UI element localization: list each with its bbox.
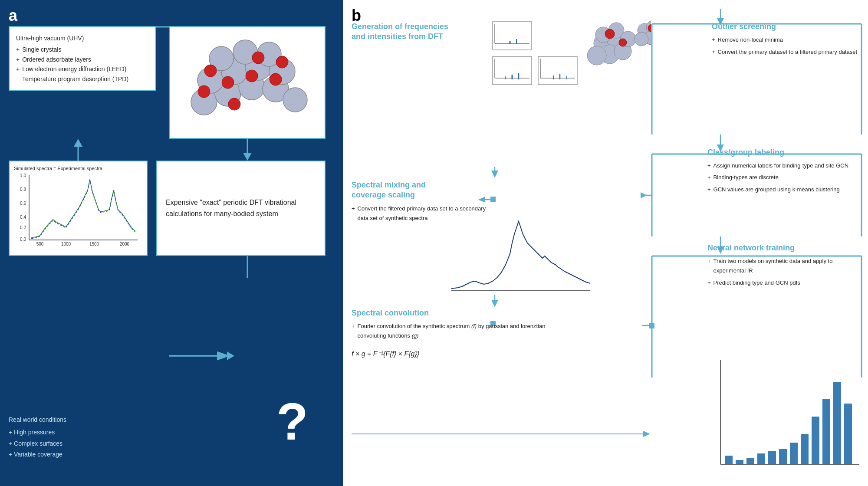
- spectral-conv-content: +Fourier convolution of the synthetic sp…: [352, 322, 569, 341]
- svg-text:1.0: 1.0: [20, 173, 26, 178]
- section-spectral-conv: Spectral convolution +Fourier convolutio…: [352, 308, 569, 358]
- svg-point-28: [246, 70, 258, 82]
- realworld-item-2: + Complex surfaces: [9, 438, 66, 449]
- svg-point-98: [605, 29, 615, 39]
- panel-b: b: [343, 0, 868, 486]
- svg-point-93: [587, 46, 606, 65]
- class-label-title: Class/group labeling: [707, 148, 864, 158]
- outlier-content: +Remove non-local minima +Convert the pr…: [712, 35, 864, 57]
- bar-chart-svg: [712, 356, 864, 473]
- svg-rect-73: [493, 22, 532, 50]
- section-class-label: Class/group labeling +Assign numerical l…: [707, 148, 864, 194]
- dft-images: [490, 17, 651, 130]
- svg-text:0.0: 0.0: [20, 237, 26, 242]
- svg-point-29: [270, 73, 282, 85]
- svg-rect-118: [822, 399, 830, 464]
- uhv-item-4: Temperature program desorption (TPD): [16, 74, 149, 84]
- spectral-conv-title: Spectral convolution: [352, 308, 569, 318]
- svg-rect-78: [493, 56, 532, 85]
- dft-text: Expensive "exact" periodic DFT vibration…: [166, 197, 316, 219]
- svg-text:0.2: 0.2: [20, 225, 26, 230]
- outlier-title: Outlier screening: [712, 22, 864, 32]
- section-neural: Neural network training +Train two model…: [707, 243, 864, 288]
- spectral-mix-title: Spectral mixing andcoverage scaling: [352, 180, 486, 200]
- uhv-title: Ultra-high vacuum (UHV): [16, 33, 149, 43]
- realworld-item-1: + High pressures: [9, 427, 66, 438]
- svg-text:1500: 1500: [89, 242, 99, 246]
- formula: f × g = F⁻¹{F{f} × F{g}}: [352, 350, 569, 358]
- svg-rect-70: [649, 323, 654, 328]
- bar-chart-container: [712, 356, 864, 473]
- svg-point-31: [228, 98, 240, 110]
- svg-text:0.4: 0.4: [20, 215, 26, 220]
- spectra-box: Simulated spectra = Experimental spectra…: [9, 161, 148, 256]
- svg-rect-116: [801, 434, 809, 464]
- svg-point-99: [619, 39, 627, 46]
- svg-text:2000: 2000: [120, 242, 130, 246]
- uhv-item-3: +Low electron energy diffraction (LEED): [16, 64, 149, 74]
- section-dft-gen: Generation of frequenciesand intensities…: [352, 22, 486, 46]
- svg-point-103: [635, 32, 648, 46]
- svg-point-16: [283, 88, 307, 112]
- section-outlier: Outlier screening +Remove non-local mini…: [707, 22, 864, 57]
- svg-point-24: [222, 76, 234, 89]
- panel-a: a Ultra-high vacuum (UHV) +Single crysta…: [0, 0, 343, 486]
- uhv-item-2: +Ordered adsorbate layers: [16, 55, 149, 64]
- svg-rect-120: [844, 404, 852, 464]
- svg-rect-113: [768, 451, 776, 464]
- svg-rect-111: [746, 458, 754, 464]
- realworld-title: Real world conditions: [9, 414, 66, 425]
- dft-gen-title: Generation of frequenciesand intensities…: [352, 22, 486, 42]
- svg-rect-110: [736, 460, 743, 464]
- svg-rect-68: [490, 197, 496, 202]
- svg-marker-63: [491, 171, 498, 178]
- svg-marker-4: [243, 153, 252, 161]
- svg-rect-84: [538, 56, 577, 85]
- svg-point-26: [276, 56, 288, 68]
- svg-marker-72: [643, 431, 650, 437]
- dft-thumbnails-svg: [490, 17, 651, 130]
- spectral-line-chart: [447, 204, 595, 295]
- spectral-chart-container: [447, 204, 595, 295]
- realworld-box: Real world conditions + High pressures +…: [9, 414, 66, 460]
- svg-text:1000: 1000: [61, 242, 71, 246]
- realworld-item-3: + Variable coverage: [9, 449, 66, 460]
- svg-text:0.6: 0.6: [20, 201, 26, 206]
- spectra-label: Simulated spectra = Experimental spectra: [14, 166, 142, 171]
- svg-marker-65: [491, 300, 498, 307]
- neural-title: Neural network training: [707, 243, 864, 253]
- svg-rect-115: [790, 443, 798, 464]
- svg-rect-114: [779, 449, 787, 464]
- neural-content: +Train two models on synthetic data and …: [707, 256, 864, 287]
- svg-text:500: 500: [36, 242, 44, 246]
- svg-rect-109: [725, 456, 733, 464]
- svg-marker-11: [227, 351, 234, 360]
- class-label-content: +Assign numerical labels for binding-typ…: [707, 161, 864, 194]
- svg-text:0.8: 0.8: [20, 187, 26, 192]
- question-mark: ?: [276, 391, 308, 451]
- svg-marker-60: [641, 192, 647, 198]
- svg-point-30: [198, 85, 210, 98]
- svg-point-27: [204, 65, 217, 77]
- svg-marker-7: [74, 139, 82, 147]
- uhv-box: Ultra-high vacuum (UHV) +Single crystals…: [9, 26, 156, 91]
- crystals-svg: [178, 33, 317, 132]
- svg-point-25: [252, 52, 264, 64]
- svg-rect-119: [833, 382, 841, 464]
- panel-a-label: a: [9, 7, 17, 25]
- uhv-item-1: +Single crystals: [16, 45, 149, 54]
- crystals-box: [169, 26, 326, 139]
- svg-rect-117: [812, 417, 819, 464]
- svg-rect-112: [757, 453, 765, 464]
- dft-box: Expensive "exact" periodic DFT vibration…: [156, 161, 326, 256]
- spectra-chart: 1.0 0.8 0.6 0.4 0.2 0.0 500 1000 1500 20…: [14, 173, 140, 249]
